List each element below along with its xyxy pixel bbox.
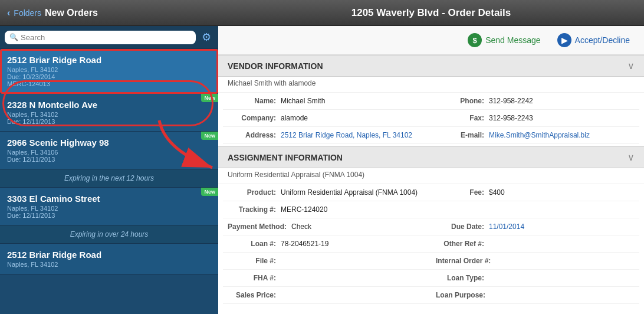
chevron-left-icon: ‹ xyxy=(7,8,10,18)
value-name: Michael Smith xyxy=(281,97,426,105)
detail-row-fax: Fax: 312-958-2243 xyxy=(431,110,639,127)
list-item-sub: MERC-124013 xyxy=(7,80,211,87)
gear-button[interactable]: ⚙ xyxy=(199,30,213,45)
list-item[interactable]: New 2328 N Montcello Ave Naples, FL 3410… xyxy=(0,94,218,132)
list-item-sub: Naples, FL 34102 xyxy=(7,261,211,268)
page-title: New Orders xyxy=(45,8,98,18)
label-email: E-mail: xyxy=(436,131,489,139)
label-loantype: Loan Type: xyxy=(436,274,489,282)
label-product: Product: xyxy=(228,188,281,197)
chevron-down-icon[interactable]: ∨ xyxy=(627,60,635,71)
label-tracking: Tracking #: xyxy=(228,205,281,214)
label-fha: FHA #: xyxy=(228,274,281,282)
send-icon: $ xyxy=(468,33,482,47)
vendor-detail-grid: Name: Michael Smith Phone: 312-958-2242 … xyxy=(218,93,644,144)
separator-item: Expiring in the next 12 hours xyxy=(0,169,218,188)
detail-row-loantype: Loan Type: xyxy=(431,270,639,287)
assignment-section-title: ASSIGNMENT INFORMATION xyxy=(228,153,343,162)
value-fax: 312-958-2243 xyxy=(489,114,635,122)
value-address[interactable]: 2512 Briar Ridge Road, Naples, FL 34102 xyxy=(281,131,426,139)
accept-icon: ▶ xyxy=(557,33,571,47)
search-bar: 🔍 ⚙ xyxy=(0,26,218,49)
vendor-section-title: VENDOR INFORMATION xyxy=(228,61,323,71)
detail-row-fee: Fee: $400 xyxy=(431,184,639,201)
detail-row-payment: Payment Method: Check xyxy=(223,218,431,236)
detail-row-duedate: Due Date: 11/01/2014 xyxy=(431,218,639,236)
label-phone: Phone: xyxy=(436,97,489,105)
value-fee: $400 xyxy=(489,188,635,197)
detail-row-loanpurpose: Loan Purpose: xyxy=(431,287,639,304)
value-duedate: 11/01/2014 xyxy=(489,223,635,231)
label-internalorder: Internal Order #: xyxy=(436,257,495,265)
list-item-title: 2966 Scenic Highway 98 xyxy=(7,138,211,148)
label-payment: Payment Method: xyxy=(228,223,291,231)
new-badge: New xyxy=(201,188,218,196)
list-item-sub: Naples, FL 34102 xyxy=(7,66,211,73)
new-badge: New xyxy=(201,94,218,102)
order-title: 1205 Waverly Blvd - Order Details xyxy=(351,7,511,18)
accept-decline-label: Accept/Decline xyxy=(575,35,630,45)
vendor-subtitle: Michael Smith with alamode xyxy=(218,77,644,93)
label-loan: Loan #: xyxy=(228,240,281,248)
value-tracking: MERC-124020 xyxy=(281,205,426,214)
value-phone: 312-958-2242 xyxy=(489,97,635,105)
detail-row-phone: Phone: 312-958-2242 xyxy=(431,93,639,110)
detail-row-name: Name: Michael Smith xyxy=(223,93,431,110)
detail-row-fha: FHA #: xyxy=(223,270,431,287)
value-company: alamode xyxy=(281,114,426,122)
list-item-sub: Due: 12/11/2013 xyxy=(7,212,211,219)
right-panel: $ Send Message ▶ Accept/Decline VENDOR I… xyxy=(218,26,644,314)
list-item-sub: Due: 10/23/2014 xyxy=(7,73,211,80)
chevron-down-icon-2[interactable]: ∨ xyxy=(627,152,635,163)
detail-row-empty1 xyxy=(431,201,639,218)
label-duedate: Due Date: xyxy=(436,223,489,231)
list-item-sub: Naples, FL 34102 xyxy=(7,205,211,212)
folders-link[interactable]: Folders xyxy=(14,8,41,18)
assignment-subtitle: Uniform Residential Appraisal (FNMA 1004… xyxy=(218,168,644,184)
value-email[interactable]: Mike.Smith@SmithAppraisal.biz xyxy=(489,131,635,139)
list-item-title: 2328 N Montcello Ave xyxy=(7,100,211,110)
detail-row-salesprice: Sales Price: xyxy=(223,287,431,304)
label-address: Address: xyxy=(228,131,281,139)
sidebar: 🔍 ⚙ 2512 Briar Ridge Road Naples, FL 341… xyxy=(0,26,218,314)
label-file: File #: xyxy=(228,257,281,265)
value-loan: 78-2046521-19 xyxy=(281,240,426,248)
search-input[interactable] xyxy=(21,33,191,42)
list-item[interactable]: New 2966 Scenic Highway 98 Naples, FL 34… xyxy=(0,132,218,169)
search-icon: 🔍 xyxy=(9,33,18,41)
label-fax: Fax: xyxy=(436,114,489,122)
sidebar-list: 2512 Briar Ridge Road Naples, FL 34102 D… xyxy=(0,49,218,314)
separator-item: Expiring in over 24 hours xyxy=(0,225,218,244)
label-company: Company: xyxy=(228,114,281,122)
list-item[interactable]: 2512 Briar Ridge Road Naples, FL 34102 D… xyxy=(0,49,218,94)
detail-row-email: E-mail: Mike.Smith@SmithAppraisal.biz xyxy=(431,127,639,144)
assignment-section-header: ASSIGNMENT INFORMATION ∨ xyxy=(218,146,644,168)
label-salesprice: Sales Price: xyxy=(228,291,281,299)
action-bar: $ Send Message ▶ Accept/Decline xyxy=(218,26,644,55)
label-otherref: Other Ref #: xyxy=(436,240,489,248)
label-loanpurpose: Loan Purpose: xyxy=(436,291,490,299)
list-item-sub: Naples, FL 34106 xyxy=(7,149,211,156)
detail-row-product: Product: Uniform Residential Appraisal (… xyxy=(223,184,431,201)
detail-row-loan: Loan #: 78-2046521-19 xyxy=(223,236,431,253)
vendor-section-header: VENDOR INFORMATION ∨ xyxy=(218,55,644,77)
detail-row-internalorder: Internal Order #: xyxy=(431,253,639,270)
label-fee: Fee: xyxy=(436,188,489,197)
accept-decline-button[interactable]: ▶ Accept/Decline xyxy=(553,31,635,50)
detail-row-tracking: Tracking #: MERC-124020 xyxy=(223,201,431,218)
assignment-detail-grid: Product: Uniform Residential Appraisal (… xyxy=(218,184,644,304)
list-item-sub: Due: 12/11/2013 xyxy=(7,118,211,125)
list-item-sub: Naples, FL 34102 xyxy=(7,111,211,118)
list-item-title: 3303 El Camino Street xyxy=(7,194,211,204)
value-payment: Check xyxy=(291,223,426,231)
list-item-title: 2512 Briar Ridge Road xyxy=(7,55,211,65)
list-item[interactable]: 2512 Briar Ridge Road Naples, FL 34102 xyxy=(0,244,218,274)
list-item-sub: Due: 12/11/2013 xyxy=(7,156,211,163)
list-item-title: 2512 Briar Ridge Road xyxy=(7,250,211,260)
detail-row-otherref: Other Ref #: xyxy=(431,236,639,253)
top-header: ‹ Folders New Orders 1205 Waverly Blvd -… xyxy=(0,0,644,26)
detail-row-company: Company: alamode xyxy=(223,110,431,127)
detail-row-file: File #: xyxy=(223,253,431,270)
list-item[interactable]: New 3303 El Camino Street Naples, FL 341… xyxy=(0,188,218,225)
send-message-button[interactable]: $ Send Message xyxy=(463,31,545,50)
